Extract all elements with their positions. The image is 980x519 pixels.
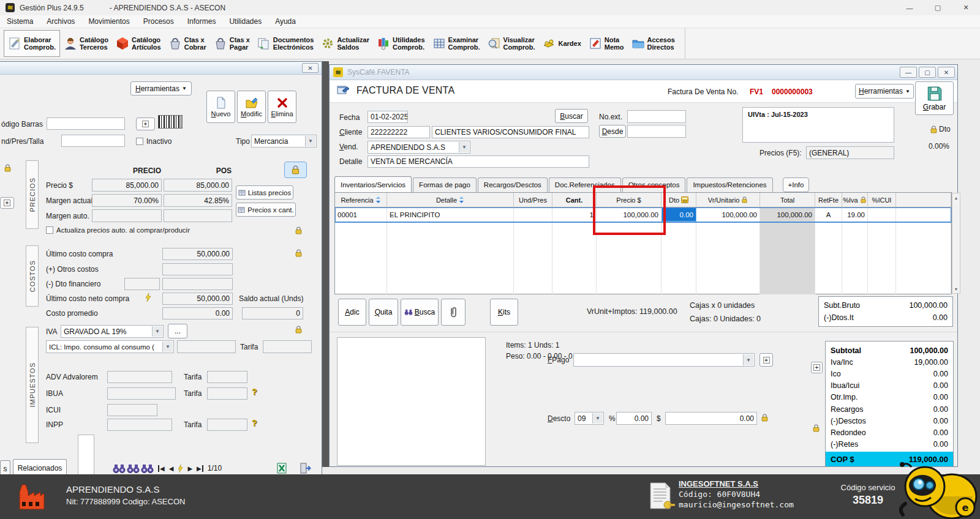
nav-prev-icon[interactable]: ◀ — [169, 465, 174, 472]
cell-icui[interactable] — [868, 207, 896, 222]
search-binoculars-icon[interactable] — [127, 464, 140, 474]
descto-percent-field[interactable]: 0.00 — [616, 412, 652, 425]
toolbar-visualizar-comprob[interactable]: VisualizarComprob. — [484, 34, 539, 53]
exit-door-icon[interactable] — [300, 463, 311, 474]
excel-export-icon[interactable] — [276, 463, 288, 474]
cell-und-pres[interactable] — [514, 207, 552, 222]
close-icon[interactable]: ✕ — [952, 0, 980, 15]
tab-mas-info[interactable]: +Info — [783, 177, 810, 192]
menu-ayuda[interactable]: Ayuda — [268, 17, 303, 26]
help-icon[interactable]: ? — [252, 418, 257, 428]
cell-dto-selected[interactable]: 0.00 — [662, 207, 696, 222]
nuevo-button[interactable]: Nuevo — [206, 91, 235, 123]
side-plus-button[interactable]: + — [0, 197, 14, 209]
tab-recargos-desctos[interactable]: Recargos/Desctos — [478, 177, 548, 192]
unlock-prices-button[interactable] — [284, 162, 307, 178]
minimize-icon[interactable]: — — [900, 67, 917, 78]
menu-sistema[interactable]: Sistema — [0, 17, 40, 26]
fpago-select[interactable]: ▼ — [573, 353, 755, 367]
nav-first-icon[interactable]: ◀ — [158, 465, 165, 472]
toolbar-accesos-directos[interactable]: AccesosDirectos — [628, 34, 679, 53]
barcode-icon[interactable] — [158, 115, 183, 129]
cell-precio[interactable]: 100,000.00 — [597, 207, 662, 222]
buscar-item-button[interactable]: Busca — [401, 299, 439, 326]
ultimo-costo-field[interactable]: 50,000.00 — [162, 248, 233, 260]
cell-vr-unitario[interactable]: 100,000.00 — [696, 207, 760, 222]
maximize-icon[interactable]: ▢ — [924, 0, 952, 15]
margen-actual-pos-field[interactable]: 42.85% — [164, 194, 232, 207]
col-retfte[interactable]: RetFte — [815, 193, 842, 207]
scroll-down-icon[interactable]: ▼ — [952, 285, 960, 293]
col-iva[interactable]: %Iva — [842, 193, 868, 207]
precios-f5-field[interactable]: (GENERAL) — [806, 146, 894, 159]
adv-field[interactable] — [107, 371, 172, 383]
cliente-id-field[interactable]: 222222222 — [368, 126, 430, 138]
herramientas-button[interactable]: Herramientas ▼ — [855, 84, 914, 99]
menu-movimientos[interactable]: Movimientos — [81, 17, 136, 26]
cell-cant[interactable]: 1 — [552, 207, 597, 222]
col-precio[interactable]: Precio $ — [597, 193, 662, 207]
precios-x-cant-button[interactable]: Precios x cant. — [236, 203, 296, 217]
toolbar-kardex[interactable]: Kardex — [538, 35, 584, 52]
table-row[interactable]: 00001 EL PRINCIPITO 1 100,000.00 0.00 10… — [335, 207, 951, 223]
col-referencia[interactable]: Referencia — [335, 193, 387, 207]
nav-next-icon[interactable]: ▶ — [187, 465, 192, 472]
restore-icon[interactable]: ▢ — [919, 67, 936, 78]
close-icon[interactable]: ✕ — [302, 63, 318, 73]
expand-plus-button[interactable]: + — [136, 118, 155, 130]
cliente-nombre-field[interactable]: CLIENTES VARIOS/CONSUMIDOR FINAL — [432, 126, 589, 138]
herramientas-button[interactable]: Herramientas ▼ — [130, 81, 192, 95]
toolbar-ctas-x-cobrar[interactable]: Ctas xCobrar — [165, 34, 210, 53]
toolbar-catalogo-articulos[interactable]: CatálogoArtículos — [112, 34, 165, 53]
und-pres-talla-field[interactable] — [61, 135, 125, 147]
adicionar-button[interactable]: Adic — [338, 299, 366, 326]
toolbar-examinar-comprob[interactable]: ExaminarComprob. — [429, 34, 484, 53]
col-dto[interactable]: Dto — [662, 193, 696, 207]
cell-iva[interactable]: 19.00 — [842, 207, 868, 222]
cell-total[interactable]: 100,000.00 — [760, 207, 815, 222]
col-cant[interactable]: Cant. — [552, 193, 597, 207]
toolbar-documentos-electronicos[interactable]: DocumentosElectrónicos — [254, 34, 318, 53]
menu-utilidades[interactable]: Utilidades — [222, 17, 268, 26]
toolbar-actualizar-saldos[interactable]: ActualizarSaldos — [317, 34, 373, 53]
descto-code-select[interactable]: 09 ▼ — [575, 412, 604, 425]
vendor-email[interactable]: mauricio@ingesoftnet.com — [679, 500, 794, 509]
iva-more-button[interactable]: ... — [168, 324, 187, 338]
attachment-button[interactable] — [441, 299, 466, 326]
icl-field[interactable] — [177, 340, 236, 353]
toolbar-ctas-x-pagar[interactable]: Ctas xPagar — [210, 34, 254, 53]
tab-formas-de-pago[interactable]: Formas de pago — [413, 177, 477, 192]
tab-relacionados[interactable]: Relacionados — [13, 459, 67, 476]
ibua-field[interactable] — [107, 387, 176, 400]
saldo-actual-field[interactable]: 0 — [242, 307, 303, 319]
col-total[interactable]: Total — [760, 193, 815, 207]
noext-field[interactable] — [627, 110, 686, 123]
toolbar-elaborar-comprob[interactable]: ElaborarComprob. — [4, 30, 60, 57]
desde-field[interactable] — [627, 125, 686, 138]
tab-impuestos-retenciones[interactable]: Impuestos/Retenciones — [687, 177, 772, 192]
tipo-select[interactable]: Mercancia ▼ — [251, 135, 317, 147]
tab-inventarios-servicios[interactable]: Inventarios/Servicios — [334, 176, 412, 192]
margen-auto-field[interactable] — [92, 209, 162, 222]
col-icui[interactable]: %ICUI — [868, 193, 896, 207]
icui-field[interactable] — [107, 404, 157, 416]
menu-procesos[interactable]: Procesos — [137, 17, 181, 26]
cell-referencia[interactable]: 00001 — [335, 207, 387, 222]
eliminar-button[interactable]: Elimina — [268, 91, 296, 123]
otros-costos-field[interactable] — [162, 263, 233, 275]
margen-actual-field[interactable]: 70.00% — [92, 194, 162, 207]
notes-panel[interactable] — [337, 337, 486, 466]
desde-button[interactable]: Desde — [599, 125, 626, 138]
codigo-barras-field[interactable] — [47, 118, 125, 130]
costo-neto-field[interactable]: 50,000.00 — [162, 293, 233, 305]
minimize-icon[interactable]: — — [895, 0, 924, 15]
totals-plus-button[interactable]: + — [811, 362, 823, 373]
col-vr-unitario[interactable]: Vr/Unitario — [696, 193, 760, 207]
icl-tarifa-field[interactable] — [263, 340, 312, 353]
inpp-tarifa-field[interactable] — [207, 419, 247, 431]
ibua-tarifa-field[interactable] — [207, 387, 247, 400]
col-detalle[interactable]: Detalle — [387, 193, 514, 207]
cell-retfte[interactable]: A — [815, 207, 842, 222]
search-binoculars-icon[interactable] — [113, 464, 126, 474]
tab-otros-conceptos[interactable]: Otros conceptos — [622, 177, 686, 192]
